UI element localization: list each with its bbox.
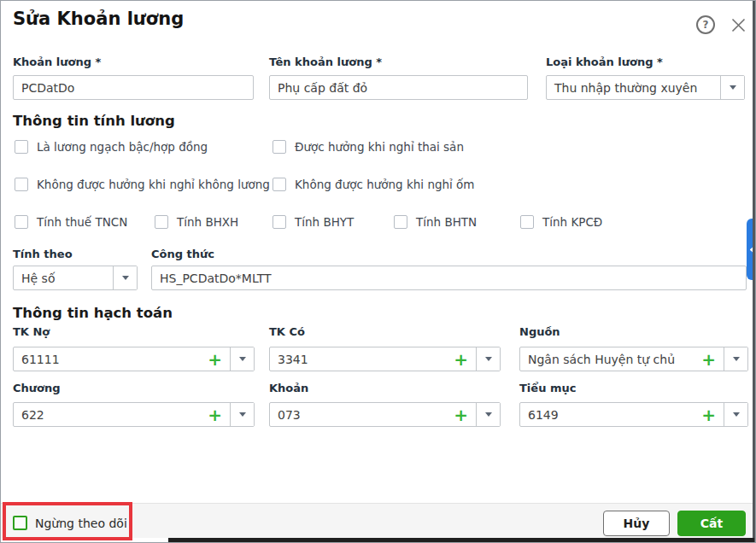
tk-co-label: TK Có (269, 325, 305, 338)
checkbox-label: Là lương ngạch bậc/hợp đồng (37, 140, 208, 154)
tk-co-field[interactable]: 3341 (269, 347, 501, 371)
tieu-muc-label: Tiểu mục (519, 382, 576, 394)
dialog-title: Sửa Khoản lương (13, 9, 184, 29)
tinh-theo-label: Tính theo (13, 248, 73, 260)
dropdown-toggle[interactable] (476, 403, 500, 426)
chuong-field[interactable]: 622 (13, 402, 255, 427)
tieu-muc-field[interactable]: 6149 (519, 402, 748, 427)
khoan-luong-input[interactable] (13, 75, 254, 100)
chevron-down-icon (239, 412, 246, 417)
checkbox-box[interactable] (155, 215, 168, 229)
edit-salary-dialog: Sửa Khoản lương ? Khoản lương * Tên khoả… (0, 0, 756, 543)
checkbox-label: Tính BHXH (177, 215, 238, 229)
nguon-value[interactable]: Ngân sách Huyện tự chủ (520, 347, 694, 371)
cong-thuc-input[interactable] (151, 266, 747, 290)
checkbox-la-luong-ngach-bac[interactable]: Là lương ngạch bậc/hợp đồng (15, 140, 208, 154)
checkbox-huong-nghi-thai-san[interactable]: Được hưởng khi nghỉ thai sản (273, 140, 464, 154)
dropdown-toggle[interactable] (230, 347, 254, 371)
add-icon[interactable] (446, 347, 476, 371)
checkbox-box[interactable] (273, 215, 286, 229)
checkbox-khong-huong-nghi-khong-luong[interactable]: Không được hưởng khi nghỉ không lương (15, 178, 270, 191)
checkbox-label: Không được hưởng khi nghỉ ốm (295, 178, 475, 191)
khoan-field[interactable]: 073 (269, 402, 501, 427)
checkbox-box[interactable] (273, 178, 286, 191)
khoan-label: Khoản (269, 382, 308, 394)
loai-khoan-luong-label: Loại khoản lương * (546, 55, 663, 68)
khoan-luong-label: Khoản lương * (13, 55, 101, 68)
checkbox-box[interactable] (15, 215, 28, 229)
tieu-muc-value[interactable]: 6149 (520, 403, 694, 426)
tk-co-value[interactable]: 3341 (270, 347, 446, 371)
chevron-down-icon (733, 412, 740, 417)
tinh-theo-select[interactable]: Hệ số (13, 266, 138, 290)
close-icon[interactable] (729, 15, 747, 34)
chevron-down-icon (733, 357, 740, 361)
dropdown-toggle[interactable] (724, 403, 747, 426)
dropdown-toggle[interactable] (720, 76, 744, 99)
add-icon[interactable] (694, 347, 724, 371)
add-icon[interactable] (200, 347, 230, 371)
chevron-down-icon (730, 85, 736, 90)
checkbox-tinh-bhxh[interactable]: Tính BHXH (155, 215, 238, 229)
tk-no-field[interactable]: 61111 (13, 347, 255, 371)
chevron-down-icon (485, 412, 492, 417)
loai-khoan-luong-value[interactable]: Thu nhập thường xuyên (547, 76, 720, 99)
checkbox-tinh-thue-tncn[interactable]: Tính thuế TNCN (15, 215, 127, 229)
checkbox-khong-huong-nghi-om[interactable]: Không được hưởng khi nghỉ ốm (273, 178, 475, 191)
checkbox-box[interactable] (520, 215, 534, 229)
cong-thuc-label: Công thức (151, 248, 214, 260)
checkbox-label: Không được hưởng khi nghỉ không lương (37, 178, 270, 191)
loai-khoan-luong-select[interactable]: Thu nhập thường xuyên (546, 75, 745, 100)
add-icon[interactable] (446, 403, 476, 426)
ten-khoan-luong-label: Tên khoản lương * (269, 55, 382, 68)
checkbox-ngung-theo-doi[interactable]: Ngừng theo dõi (13, 516, 127, 530)
right-window-edge (753, 1, 755, 543)
help-question-mark: ? (703, 19, 709, 31)
checkbox-label: Tính thuế TNCN (37, 215, 127, 229)
chevron-down-icon (122, 276, 129, 280)
salary-info-title: Thông tin tính lương (13, 113, 175, 129)
dropdown-toggle[interactable] (476, 347, 500, 371)
nguon-field[interactable]: Ngân sách Huyện tự chủ (519, 347, 748, 371)
tk-no-value[interactable]: 61111 (14, 347, 200, 371)
checkbox-tinh-bhyt[interactable]: Tính BHYT (273, 215, 354, 229)
khoan-value[interactable]: 073 (270, 403, 446, 426)
checkbox-box[interactable] (15, 178, 28, 191)
dropdown-toggle[interactable] (230, 403, 254, 426)
add-icon[interactable] (694, 403, 724, 426)
accounting-info-title: Thông tin hạch toán (13, 305, 173, 321)
cancel-button[interactable]: Hủy (603, 511, 670, 536)
checkbox-box[interactable] (13, 516, 27, 530)
chuong-label: Chương (13, 382, 61, 394)
checkbox-box[interactable] (15, 140, 28, 154)
checkbox-box[interactable] (273, 140, 286, 154)
chevron-down-icon (485, 357, 492, 361)
checkbox-box[interactable] (394, 215, 407, 229)
dropdown-toggle[interactable] (724, 347, 747, 371)
ten-khoan-luong-input[interactable] (269, 75, 528, 100)
chuong-value[interactable]: 622 (14, 403, 200, 426)
checkbox-label: Tính BHYT (295, 215, 354, 229)
help-icon[interactable]: ? (696, 15, 715, 34)
add-icon[interactable] (200, 403, 230, 426)
checkbox-label: Tính BHTN (416, 215, 477, 229)
bottom-window-edge (168, 538, 754, 543)
checkbox-label: Được hưởng khi nghỉ thai sản (295, 140, 464, 154)
save-button[interactable]: Cất (677, 511, 746, 536)
checkbox-tinh-kpcd[interactable]: Tính KPCĐ (520, 215, 602, 229)
tinh-theo-value[interactable]: Hệ số (14, 266, 113, 289)
dropdown-toggle[interactable] (113, 266, 137, 289)
checkbox-label: Tính KPCĐ (542, 215, 602, 229)
tk-no-label: TK Nợ (13, 325, 50, 338)
chevron-down-icon (239, 357, 246, 361)
checkbox-tinh-bhtn[interactable]: Tính BHTN (394, 215, 477, 229)
nguon-label: Nguồn (519, 325, 560, 338)
checkbox-label: Ngừng theo dõi (35, 517, 127, 530)
